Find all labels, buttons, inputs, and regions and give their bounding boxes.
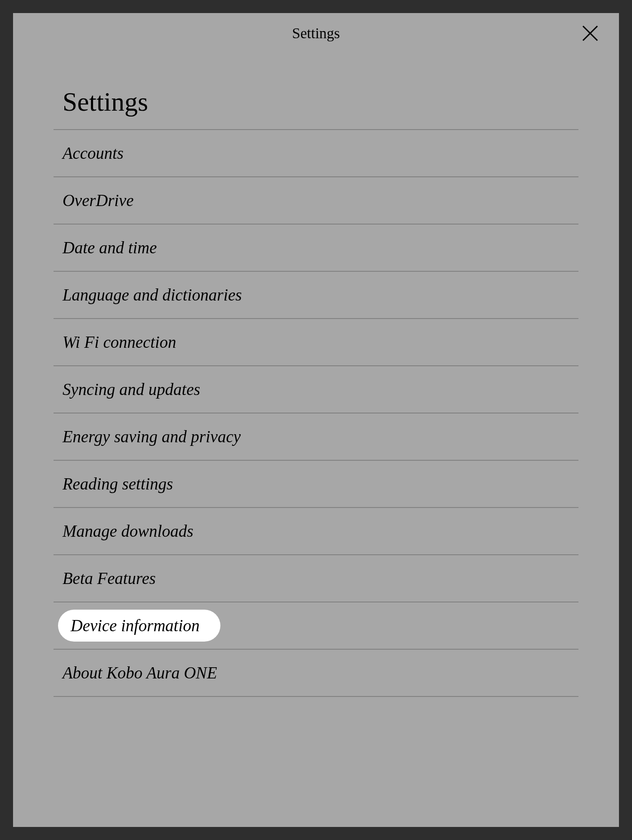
settings-item-label: Device information [58,610,220,642]
content-area: Settings Accounts OverDrive Date and tim… [13,54,619,697]
settings-item-language-dictionaries[interactable]: Language and dictionaries [54,272,578,319]
settings-item-overdrive[interactable]: OverDrive [54,177,578,225]
settings-item-label: Wi Fi connection [63,332,176,352]
settings-list: Accounts OverDrive Date and time Languag… [54,130,578,697]
header: Settings [13,13,619,54]
settings-item-energy-privacy[interactable]: Energy saving and privacy [54,413,578,461]
settings-item-reading-settings[interactable]: Reading settings [54,461,578,508]
settings-item-date-time[interactable]: Date and time [54,225,578,272]
settings-item-syncing-updates[interactable]: Syncing and updates [54,366,578,413]
close-icon [581,24,599,42]
settings-item-label: Syncing and updates [63,380,200,399]
settings-item-label: Language and dictionaries [63,285,242,305]
settings-item-label: Date and time [63,238,157,257]
settings-item-accounts[interactable]: Accounts [54,130,578,177]
close-button[interactable] [579,22,601,44]
settings-screen: Settings Settings Accounts OverDrive [13,13,619,827]
settings-item-label: OverDrive [63,191,134,210]
settings-item-label: Manage downloads [63,521,193,541]
settings-item-label: Beta Features [63,569,156,588]
settings-item-beta-features[interactable]: Beta Features [54,555,578,602]
settings-item-about[interactable]: About Kobo Aura ONE [54,650,578,697]
settings-item-manage-downloads[interactable]: Manage downloads [54,508,578,555]
settings-item-label: Accounts [63,144,124,163]
page-title: Settings [54,87,578,130]
settings-item-device-information[interactable]: Device information [54,602,578,650]
settings-item-label: About Kobo Aura ONE [63,663,217,683]
settings-item-label: Reading settings [63,474,173,494]
settings-item-label: Energy saving and privacy [63,427,241,446]
header-title: Settings [292,25,340,42]
settings-item-wifi[interactable]: Wi Fi connection [54,319,578,366]
